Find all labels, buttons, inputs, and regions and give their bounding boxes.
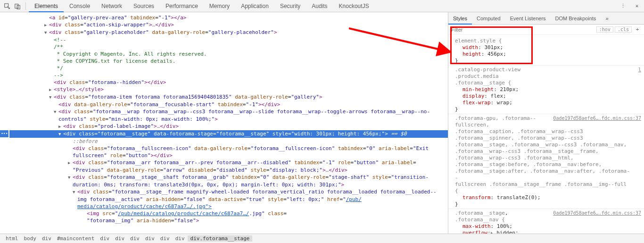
styles-tab-computed[interactable]: Computed <box>472 12 505 25</box>
rule-fotorama-gpu[interactable]: 0ade197d58aefe6….fdc.min.css:37 .fotoram… <box>448 114 644 209</box>
rule-fotorama-stage-nav[interactable]: 0ade197d58aefe6….fdc.min.css:37 .fotoram… <box>448 209 644 234</box>
crumb[interactable]: div <box>112 235 127 242</box>
rule-source-link[interactable]: 0ade197d58aefe6….fdc.min.css:37 <box>553 210 641 217</box>
crumb[interactable]: div <box>97 235 112 242</box>
divider <box>25 2 26 10</box>
crumb[interactable]: body <box>21 235 40 242</box>
close-devtools-icon[interactable]: ✕ <box>632 1 642 11</box>
tab-sources[interactable]: Sources <box>128 0 160 12</box>
devtools-top-tabs: Elements Console Network Sources Perform… <box>0 0 644 12</box>
crumb[interactable]: div <box>127 235 142 242</box>
device-toggle-icon[interactable] <box>12 1 23 11</box>
styles-panel: Styles Computed Event Listeners DOM Brea… <box>448 12 644 234</box>
crumb[interactable]: div <box>173 235 188 242</box>
tab-memory[interactable]: Memory <box>204 0 235 12</box>
more-menu-icon[interactable]: ⋮ <box>618 1 628 11</box>
rule-source-link[interactable]: l <box>638 67 641 73</box>
crumb-active[interactable]: div.fotorama__stage <box>188 235 253 242</box>
styles-tab-styles[interactable]: Styles <box>448 12 472 25</box>
crumb[interactable]: div <box>142 235 157 242</box>
tab-audits[interactable]: Audits <box>306 0 333 12</box>
dom-tree[interactable]: <a id="gallery-prev-area" tabindex="-1">… <box>0 12 448 234</box>
selected-dom-node[interactable]: ••• <div class="fotorama__stage" data-fo… <box>9 130 448 138</box>
styles-tab-listeners[interactable]: Event Listeners <box>505 12 551 25</box>
crumb[interactable]: div <box>39 235 54 242</box>
tab-performance[interactable]: Performance <box>160 0 204 12</box>
tab-console[interactable]: Console <box>64 0 96 12</box>
styles-body[interactable]: element.style { width: 301px; height: 45… <box>448 35 644 234</box>
hov-toggle[interactable]: :hov <box>596 26 613 33</box>
tab-elements[interactable]: Elements <box>29 0 64 12</box>
breadcrumbs: html body div #maincontent div div div d… <box>0 234 644 243</box>
crumb[interactable]: div <box>157 235 173 242</box>
cls-toggle[interactable]: .cls <box>615 26 632 33</box>
rule-source-link[interactable]: 0ade197d58aefe6….fdc.min.css:37 <box>553 115 641 122</box>
crumb[interactable]: html <box>3 235 21 242</box>
inspect-icon[interactable] <box>2 1 12 11</box>
tab-knockoutjs[interactable]: KnockoutJS <box>333 0 375 12</box>
tab-network[interactable]: Network <box>96 0 128 12</box>
svg-rect-1 <box>15 4 18 8</box>
styles-filter-row: :hov .cls + <box>448 25 644 35</box>
rule-element-style[interactable]: element.style { width: 301px; height: 45… <box>448 37 644 66</box>
styles-tabs: Styles Computed Event Listeners DOM Brea… <box>448 12 644 25</box>
main-area: <a id="gallery-prev-area" tabindex="-1">… <box>0 12 644 234</box>
styles-tab-more[interactable]: » <box>601 12 613 25</box>
new-style-rule-button[interactable]: + <box>634 26 641 34</box>
tab-application[interactable]: Application <box>235 0 274 12</box>
rule-catalog-product[interactable]: l .catalog-product-view .product.media .… <box>448 66 644 114</box>
crumb[interactable]: #maincontent <box>54 235 97 242</box>
tab-security[interactable]: Security <box>274 0 306 12</box>
styles-tab-breakpoints[interactable]: DOM Breakpoints <box>551 12 601 25</box>
styles-filter-input[interactable] <box>451 27 595 33</box>
